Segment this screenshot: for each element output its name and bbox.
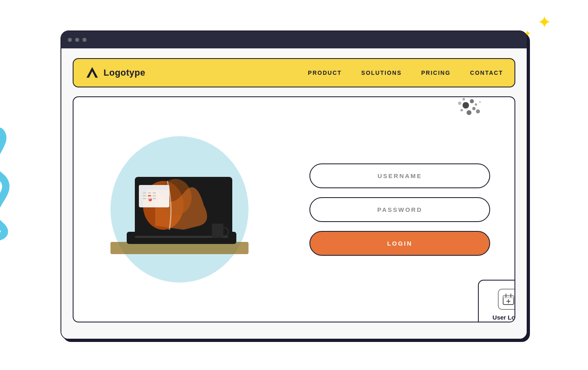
user-login-card-label: User Login (493, 314, 515, 321)
svg-rect-13 (143, 192, 146, 194)
logo-text: Logotype (104, 67, 145, 78)
svg-point-25 (470, 99, 474, 103)
laptop-illustration (74, 97, 285, 322)
logo-icon (85, 65, 99, 80)
ink-splatter-decoration (441, 96, 490, 127)
svg-point-29 (475, 103, 477, 106)
browser-window: Logotype PRODUCT SOLUTIONS PRICING CONTA… (61, 30, 527, 340)
svg-point-27 (460, 109, 463, 111)
svg-rect-18 (153, 195, 156, 196)
floating-user-login-card: User Login (478, 280, 515, 322)
svg-rect-23 (212, 224, 223, 238)
window-dot-2 (75, 38, 79, 42)
svg-rect-20 (148, 198, 151, 199)
password-input[interactable] (309, 197, 490, 222)
calendar-icon (498, 289, 515, 310)
logo-area: Logotype (85, 65, 145, 80)
svg-point-26 (472, 107, 476, 110)
browser-content: Logotype PRODUCT SOLUTIONS PRICING CONTA… (61, 48, 527, 339)
svg-point-24 (463, 102, 469, 109)
svg-point-33 (479, 101, 481, 103)
window-dot-1 (68, 38, 72, 42)
svg-rect-35 (503, 296, 514, 298)
svg-rect-21 (153, 198, 156, 199)
nav-links: PRODUCT SOLUTIONS PRICING CONTACT (308, 70, 503, 76)
image-area (74, 97, 285, 322)
svg-point-32 (463, 98, 465, 100)
navbar: Logotype PRODUCT SOLUTIONS PRICING CONTA… (73, 58, 515, 87)
svg-rect-15 (153, 192, 156, 194)
svg-point-28 (467, 110, 471, 115)
star-large-icon: ✦ (537, 12, 551, 32)
browser-titlebar (61, 31, 527, 48)
squiggle-decoration (0, 127, 16, 243)
svg-rect-17 (148, 195, 151, 196)
nav-contact[interactable]: CONTACT (470, 70, 503, 76)
nav-pricing[interactable]: PRICING (421, 70, 450, 76)
svg-rect-11 (139, 185, 169, 190)
svg-rect-16 (143, 195, 146, 196)
login-button[interactable]: LOGIN (309, 231, 490, 256)
svg-rect-19 (143, 198, 146, 199)
nav-product[interactable]: PRODUCT (308, 70, 342, 76)
window-dot-3 (82, 38, 86, 42)
svg-point-31 (476, 109, 480, 113)
username-input[interactable] (309, 163, 490, 188)
main-content-card: LOGIN (73, 96, 515, 322)
nav-solutions[interactable]: SOLUTIONS (361, 70, 402, 76)
svg-rect-14 (148, 192, 151, 194)
svg-point-30 (458, 102, 461, 105)
laptop-svg (102, 152, 257, 266)
